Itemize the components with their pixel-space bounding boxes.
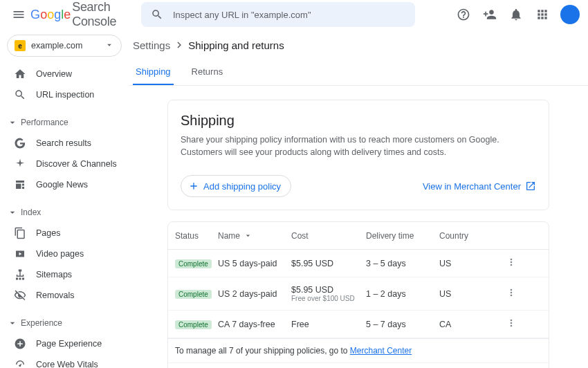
help-button[interactable] <box>451 2 476 27</box>
breadcrumb-settings[interactable]: Settings <box>133 39 170 51</box>
status-badge: Complete <box>175 290 212 299</box>
shipping-table: Status Name Cost Delivery time Country C… <box>167 221 549 368</box>
property-favicon: e <box>15 40 26 51</box>
card-desc-1: Share your shipping policy information w… <box>181 134 536 147</box>
card-title: Shipping <box>181 113 536 129</box>
cell-country: US <box>439 259 506 268</box>
table-footer-note: To manage all 7 of your shipping policie… <box>168 338 549 362</box>
view-merchant-center-link[interactable]: View in Merchant Center <box>423 181 536 192</box>
circle-plus-icon <box>14 338 26 350</box>
status-badge: Complete <box>175 259 212 268</box>
nav-search-results[interactable]: Search results <box>0 133 129 154</box>
cell-name: CA 7 days-free <box>218 320 291 329</box>
pages-icon <box>14 227 26 239</box>
asterisk-icon <box>14 158 26 170</box>
menu-button[interactable] <box>8 2 29 27</box>
nav-group-performance[interactable]: Performance <box>0 112 129 133</box>
more-vert-icon <box>506 318 517 329</box>
url-inspect-search[interactable] <box>141 2 415 27</box>
product-logo[interactable]: Google Search Console <box>30 0 137 29</box>
breadcrumb: Settings Shipping and returns <box>133 29 588 57</box>
nav-pages[interactable]: Pages <box>0 223 129 243</box>
tab-returns[interactable]: Returns <box>189 59 226 85</box>
speed-icon <box>14 358 26 368</box>
more-vert-icon <box>506 257 517 268</box>
account-avatar[interactable] <box>560 5 580 24</box>
sidebar: e example.com Overview URL inspection Pe… <box>0 29 129 368</box>
row-menu-button[interactable] <box>506 318 521 331</box>
chevron-down-icon <box>7 207 18 218</box>
sitemap-icon <box>14 268 26 281</box>
apps-icon <box>535 8 549 21</box>
add-shipping-policy-button[interactable]: Add shipping policy <box>181 175 291 197</box>
table-row[interactable]: Complete US 2 days-paid $5.95 USD Free o… <box>168 277 549 311</box>
open-in-new-icon <box>525 181 536 192</box>
video-icon <box>14 248 26 260</box>
chevron-down-icon <box>7 117 18 128</box>
shipping-card: Shipping Share your shipping policy info… <box>167 100 549 210</box>
nav-overview[interactable]: Overview <box>0 64 129 84</box>
cell-cost: $5.95 USD Free over $100 USD <box>291 285 366 302</box>
cell-cost: Free <box>291 320 366 329</box>
chevron-down-icon <box>104 40 114 50</box>
google-logo: Google <box>30 8 71 22</box>
cell-name: US 5 days-paid <box>218 259 291 268</box>
chevron-down-icon <box>7 318 18 329</box>
col-country[interactable]: Country <box>439 231 506 241</box>
pagination: Rows per page: 500 1-3 of 3 <box>168 362 549 368</box>
plus-icon <box>188 181 199 192</box>
table-row[interactable]: Complete CA 7 days-free Free 5 – 7 days … <box>168 311 549 338</box>
card-desc-2: Customers will see your products along w… <box>181 147 536 159</box>
visibility-off-icon <box>14 289 26 302</box>
nav-sitemaps[interactable]: Sitemaps <box>0 264 129 285</box>
home-icon <box>14 68 26 80</box>
cell-delivery: 5 – 7 days <box>366 320 439 329</box>
more-vert-icon <box>506 287 517 298</box>
help-icon <box>457 8 470 21</box>
users-icon <box>483 8 497 21</box>
nav-core-web-vitals[interactable]: Core Web Vitals <box>0 354 129 368</box>
row-menu-button[interactable] <box>506 287 521 300</box>
table-row[interactable]: Complete US 5 days-paid $5.95 USD 3 – 5 … <box>168 250 549 277</box>
product-name: Search Console <box>72 0 137 29</box>
cell-country: CA <box>439 320 506 329</box>
cell-delivery: 3 – 5 days <box>366 259 439 268</box>
users-button[interactable] <box>477 2 502 27</box>
nav-removals[interactable]: Removals <box>0 285 129 306</box>
col-delivery[interactable]: Delivery time <box>366 231 439 241</box>
search-icon <box>151 8 163 21</box>
nav-video-pages[interactable]: Video pages <box>0 243 129 264</box>
cell-cost: $5.95 USD <box>291 259 366 268</box>
nav-google-news[interactable]: Google News <box>0 174 129 195</box>
row-menu-button[interactable] <box>506 257 521 270</box>
cell-delivery: 1 – 2 days <box>366 289 439 299</box>
breadcrumb-current: Shipping and returns <box>188 39 284 51</box>
nav-url-inspection[interactable]: URL inspection <box>0 84 129 105</box>
search-input[interactable] <box>172 9 410 21</box>
status-badge: Complete <box>175 320 212 329</box>
tab-shipping[interactable]: Shipping <box>133 59 174 85</box>
search-icon <box>14 89 26 101</box>
menu-icon <box>12 8 26 21</box>
tabs: Shipping Returns <box>129 59 588 86</box>
col-cost[interactable]: Cost <box>291 231 366 241</box>
property-domain: example.com <box>31 41 82 50</box>
nav-group-index[interactable]: Index <box>0 202 129 223</box>
cell-name: US 2 days-paid <box>218 289 291 299</box>
nav-group-experience[interactable]: Experience <box>0 313 129 333</box>
bell-icon <box>509 8 523 21</box>
merchant-center-link[interactable]: Merchant Center <box>350 346 412 356</box>
chevron-right-icon <box>173 39 185 51</box>
news-icon <box>14 178 26 191</box>
google-g-icon <box>14 137 26 149</box>
arrow-down-icon <box>244 231 252 240</box>
col-name[interactable]: Name <box>218 231 291 241</box>
property-selector[interactable]: e example.com <box>7 35 122 57</box>
apps-button[interactable] <box>530 2 555 27</box>
notifications-button[interactable] <box>504 2 529 27</box>
nav-discover[interactable]: Discover & Channels <box>0 154 129 174</box>
cell-country: US <box>439 289 506 299</box>
nav-page-experience[interactable]: Page Experience <box>0 333 129 354</box>
col-status[interactable]: Status <box>175 231 218 241</box>
